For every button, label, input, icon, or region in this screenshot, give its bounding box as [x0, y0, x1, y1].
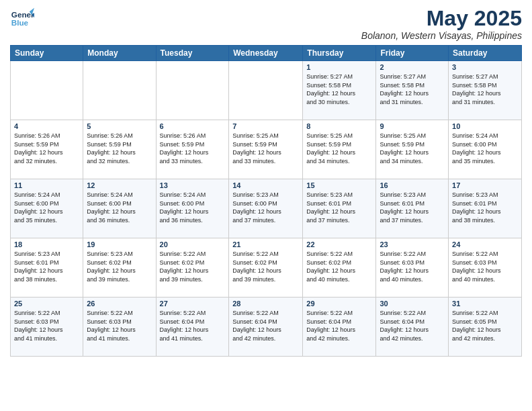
day-cell: 31Sunrise: 5:22 AM Sunset: 6:05 PM Dayli… — [449, 298, 522, 357]
week-row-4: 18Sunrise: 5:23 AM Sunset: 6:01 PM Dayli… — [11, 238, 522, 298]
week-row-3: 11Sunrise: 5:24 AM Sunset: 6:00 PM Dayli… — [11, 179, 522, 238]
day-number: 5 — [87, 122, 152, 130]
day-number: 7 — [232, 122, 299, 130]
day-info: Sunrise: 5:25 AM Sunset: 5:59 PM Dayligh… — [306, 132, 372, 165]
day-cell: 8Sunrise: 5:25 AM Sunset: 5:59 PM Daylig… — [303, 120, 376, 179]
day-cell: 27Sunrise: 5:22 AM Sunset: 6:04 PM Dayli… — [156, 298, 229, 357]
day-cell: 14Sunrise: 5:23 AM Sunset: 6:00 PM Dayli… — [229, 179, 303, 238]
day-number: 13 — [160, 181, 226, 189]
day-number: 1 — [306, 63, 372, 71]
day-number: 30 — [380, 300, 445, 308]
title-block: May 2025 Bolanon, Western Visayas, Phili… — [361, 7, 522, 41]
day-cell: 25Sunrise: 5:22 AM Sunset: 6:03 PM Dayli… — [11, 298, 83, 357]
col-monday: Monday — [83, 46, 156, 61]
week-row-1: 1Sunrise: 5:27 AM Sunset: 5:58 PM Daylig… — [11, 61, 522, 120]
day-number: 26 — [87, 300, 152, 308]
day-cell — [11, 61, 83, 120]
day-cell: 7Sunrise: 5:25 AM Sunset: 5:59 PM Daylig… — [229, 120, 303, 179]
day-number: 31 — [452, 300, 518, 308]
day-info: Sunrise: 5:22 AM Sunset: 6:02 PM Dayligh… — [232, 250, 299, 283]
day-cell: 30Sunrise: 5:22 AM Sunset: 6:04 PM Dayli… — [376, 298, 449, 357]
day-number: 23 — [380, 240, 445, 248]
day-cell: 15Sunrise: 5:23 AM Sunset: 6:01 PM Dayli… — [303, 179, 376, 238]
day-info: Sunrise: 5:24 AM Sunset: 6:00 PM Dayligh… — [14, 191, 79, 224]
day-cell — [83, 61, 156, 120]
calendar-table: Sunday Monday Tuesday Wednesday Thursday… — [10, 45, 522, 357]
day-number: 29 — [306, 300, 372, 308]
day-number: 11 — [14, 181, 79, 189]
calendar-title: May 2025 — [361, 7, 522, 30]
day-info: Sunrise: 5:22 AM Sunset: 6:04 PM Dayligh… — [232, 309, 299, 342]
col-friday: Friday — [376, 46, 449, 61]
day-number: 17 — [452, 181, 518, 189]
day-number: 27 — [160, 300, 226, 308]
day-cell: 19Sunrise: 5:23 AM Sunset: 6:02 PM Dayli… — [83, 238, 156, 298]
day-info: Sunrise: 5:24 AM Sunset: 6:00 PM Dayligh… — [160, 191, 226, 224]
day-number: 14 — [232, 181, 299, 189]
day-info: Sunrise: 5:22 AM Sunset: 6:03 PM Dayligh… — [87, 309, 152, 342]
day-number: 4 — [14, 122, 79, 130]
day-cell: 29Sunrise: 5:22 AM Sunset: 6:04 PM Dayli… — [303, 298, 376, 357]
day-number: 2 — [380, 63, 445, 71]
day-cell — [229, 61, 303, 120]
day-number: 25 — [14, 300, 79, 308]
day-info: Sunrise: 5:24 AM Sunset: 6:00 PM Dayligh… — [452, 132, 518, 165]
day-info: Sunrise: 5:22 AM Sunset: 6:02 PM Dayligh… — [306, 250, 372, 283]
col-sunday: Sunday — [11, 46, 83, 61]
day-cell: 22Sunrise: 5:22 AM Sunset: 6:02 PM Dayli… — [303, 238, 376, 298]
day-cell — [156, 61, 229, 120]
week-row-5: 25Sunrise: 5:22 AM Sunset: 6:03 PM Dayli… — [11, 298, 522, 357]
day-cell: 17Sunrise: 5:23 AM Sunset: 6:01 PM Dayli… — [449, 179, 522, 238]
day-cell: 5Sunrise: 5:26 AM Sunset: 5:59 PM Daylig… — [83, 120, 156, 179]
day-number: 18 — [14, 240, 79, 248]
day-info: Sunrise: 5:27 AM Sunset: 5:58 PM Dayligh… — [306, 73, 372, 106]
day-number: 19 — [87, 240, 152, 248]
week-row-2: 4Sunrise: 5:26 AM Sunset: 5:59 PM Daylig… — [11, 120, 522, 179]
day-info: Sunrise: 5:22 AM Sunset: 6:03 PM Dayligh… — [452, 250, 518, 283]
day-cell: 16Sunrise: 5:23 AM Sunset: 6:01 PM Dayli… — [376, 179, 449, 238]
day-number: 24 — [452, 240, 518, 248]
day-cell: 18Sunrise: 5:23 AM Sunset: 6:01 PM Dayli… — [11, 238, 83, 298]
day-info: Sunrise: 5:26 AM Sunset: 5:59 PM Dayligh… — [87, 132, 152, 165]
day-cell: 21Sunrise: 5:22 AM Sunset: 6:02 PM Dayli… — [229, 238, 303, 298]
day-info: Sunrise: 5:23 AM Sunset: 6:01 PM Dayligh… — [14, 250, 79, 283]
svg-text:Blue: Blue — [11, 18, 29, 27]
day-cell: 2Sunrise: 5:27 AM Sunset: 5:58 PM Daylig… — [376, 61, 449, 120]
day-info: Sunrise: 5:25 AM Sunset: 5:59 PM Dayligh… — [232, 132, 299, 165]
col-wednesday: Wednesday — [229, 46, 303, 61]
day-cell: 13Sunrise: 5:24 AM Sunset: 6:00 PM Dayli… — [156, 179, 229, 238]
day-info: Sunrise: 5:22 AM Sunset: 6:02 PM Dayligh… — [160, 250, 226, 283]
day-number: 10 — [452, 122, 518, 130]
day-info: Sunrise: 5:22 AM Sunset: 6:04 PM Dayligh… — [306, 309, 372, 342]
day-info: Sunrise: 5:27 AM Sunset: 5:58 PM Dayligh… — [380, 73, 445, 106]
day-cell: 9Sunrise: 5:25 AM Sunset: 5:59 PM Daylig… — [376, 120, 449, 179]
day-number: 12 — [87, 181, 152, 189]
day-info: Sunrise: 5:23 AM Sunset: 6:00 PM Dayligh… — [232, 191, 299, 224]
day-info: Sunrise: 5:23 AM Sunset: 6:01 PM Dayligh… — [452, 191, 518, 224]
day-number: 21 — [232, 240, 299, 248]
header: General Blue May 2025 Bolanon, Western V… — [10, 7, 522, 41]
day-cell: 12Sunrise: 5:24 AM Sunset: 6:00 PM Dayli… — [83, 179, 156, 238]
logo-icon: General Blue — [10, 7, 34, 31]
day-number: 6 — [160, 122, 226, 130]
col-saturday: Saturday — [449, 46, 522, 61]
day-info: Sunrise: 5:23 AM Sunset: 6:01 PM Dayligh… — [380, 191, 445, 224]
col-thursday: Thursday — [303, 46, 376, 61]
day-cell: 1Sunrise: 5:27 AM Sunset: 5:58 PM Daylig… — [303, 61, 376, 120]
day-number: 15 — [306, 181, 372, 189]
day-number: 20 — [160, 240, 226, 248]
day-cell: 11Sunrise: 5:24 AM Sunset: 6:00 PM Dayli… — [11, 179, 83, 238]
day-cell: 6Sunrise: 5:26 AM Sunset: 5:59 PM Daylig… — [156, 120, 229, 179]
day-cell: 23Sunrise: 5:22 AM Sunset: 6:03 PM Dayli… — [376, 238, 449, 298]
page: General Blue May 2025 Bolanon, Western V… — [0, 0, 532, 411]
day-cell: 24Sunrise: 5:22 AM Sunset: 6:03 PM Dayli… — [449, 238, 522, 298]
day-cell: 28Sunrise: 5:22 AM Sunset: 6:04 PM Dayli… — [229, 298, 303, 357]
day-number: 28 — [232, 300, 299, 308]
calendar-subtitle: Bolanon, Western Visayas, Philippines — [361, 30, 522, 41]
day-number: 16 — [380, 181, 445, 189]
day-info: Sunrise: 5:24 AM Sunset: 6:00 PM Dayligh… — [87, 191, 152, 224]
day-cell: 20Sunrise: 5:22 AM Sunset: 6:02 PM Dayli… — [156, 238, 229, 298]
day-cell: 3Sunrise: 5:27 AM Sunset: 5:58 PM Daylig… — [449, 61, 522, 120]
day-number: 3 — [452, 63, 518, 71]
header-row: Sunday Monday Tuesday Wednesday Thursday… — [11, 46, 522, 61]
